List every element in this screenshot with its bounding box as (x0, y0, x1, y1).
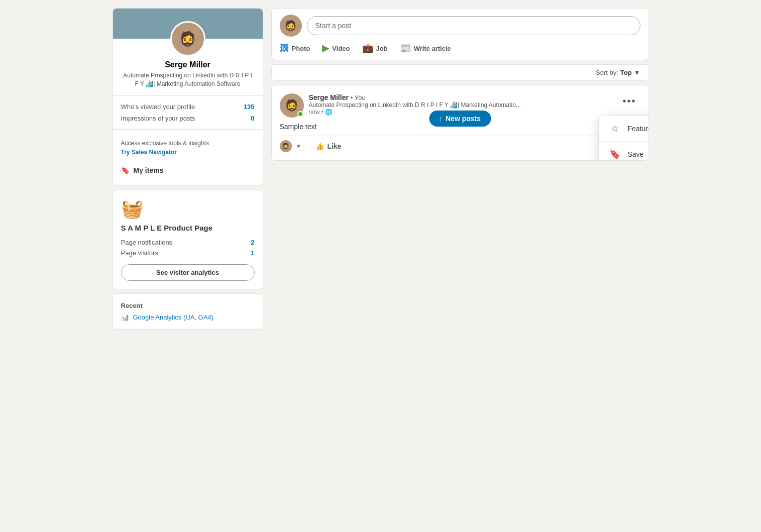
dropdown-item-save[interactable]: 🔖 Save (599, 142, 649, 161)
sidebar: 🧔 Serge Miller Automate Prospecting on L… (113, 8, 263, 330)
like-label: Like (327, 142, 341, 150)
profile-name: Serge Miller (113, 60, 263, 69)
post-composer: 🧔 Start a post 🖼 Photo ▶ Video 💼 Job 📰 (271, 8, 649, 60)
article-icon: 📰 (400, 43, 411, 54)
main-feed: 🧔 Start a post 🖼 Photo ▶ Video 💼 Job 📰 (271, 8, 649, 330)
dropdown-arrow[interactable]: ▼ (296, 143, 302, 150)
visitors-count[interactable]: 1 (251, 249, 254, 257)
impressions-label: Impressions of your posts (121, 115, 195, 122)
visitors-label: Page visitors (121, 249, 158, 257)
product-card: 🧺 S A M P L E Product Page Page notifica… (113, 190, 263, 289)
chevron-down-icon: ▼ (634, 69, 640, 76)
thumbs-up-icon: 👍 (315, 142, 324, 150)
start-post-input[interactable]: Start a post (307, 16, 640, 35)
post-avatar: 🧔 (280, 93, 304, 118)
recent-card: Recent 📊 Google Analytics (UA, GA4) (113, 293, 263, 330)
product-icon: 🧺 (121, 198, 255, 220)
post-author-name: Serge Miller (309, 93, 349, 101)
post-options-dropdown: ☆ Feature on top of profile 🔖 Save 🔗 Cop… (598, 116, 649, 161)
article-label: Write article (414, 45, 451, 52)
profile-tagline: Automate Prospecting on LinkedIn with D … (113, 69, 263, 90)
like-button[interactable]: 👍 Like (311, 140, 345, 152)
page-notifications-stat: Page notifications 2 (121, 237, 255, 248)
notifications-label: Page notifications (121, 239, 173, 246)
sort-value[interactable]: Top (620, 69, 632, 76)
recent-label: Recent (121, 302, 255, 309)
video-icon: ▶ (322, 43, 329, 54)
product-name: S A M P L E Product Page (121, 224, 255, 232)
post-card: ↑ New posts 🧔 Serge Miller • You Automat… (271, 85, 649, 161)
composer-top: 🧔 Start a post (280, 15, 640, 37)
visitor-analytics-button[interactable]: See visitor analytics (121, 264, 255, 281)
profile-impressions-stat: Impressions of your posts 0 (113, 113, 263, 124)
profile-views-stat: Who's viewed your profile 135 (113, 101, 263, 113)
views-label: Who's viewed your profile (121, 103, 195, 111)
photo-action[interactable]: 🖼 Photo (280, 43, 310, 54)
analytics-icon: 📊 (121, 313, 129, 321)
red-arrow-top (648, 90, 649, 121)
composer-actions: 🖼 Photo ▶ Video 💼 Job 📰 Write article (280, 43, 640, 54)
profile-avatar-wrap: 🧔 (113, 21, 263, 56)
job-action[interactable]: 💼 Job (362, 43, 388, 54)
online-status-dot (297, 111, 303, 117)
post-author-line: Serge Miller • You (309, 93, 614, 101)
job-icon: 💼 (362, 43, 373, 54)
sales-navigator-link[interactable]: Try Sales Navigator (121, 149, 255, 156)
post-author-tagline: Automate Prospecting on LinkedIn with D … (309, 101, 614, 109)
bookmark-icon: 🔖 (609, 149, 621, 160)
recent-item-label: Google Analytics (UA, GA4) (133, 313, 213, 321)
video-label: Video (332, 45, 350, 52)
video-action[interactable]: ▶ Video (322, 43, 350, 54)
job-label: Job (376, 45, 388, 52)
tools-label: Access exclusive tools & insights (121, 140, 209, 147)
notifications-count[interactable]: 2 (251, 239, 254, 246)
post-options-button[interactable]: ••• (618, 93, 640, 109)
you-label: • You (351, 94, 366, 101)
profile-card: 🧔 Serge Miller Automate Prospecting on L… (113, 8, 263, 186)
profile-avatar: 🧔 (170, 21, 205, 56)
article-action[interactable]: 📰 Write article (400, 43, 451, 54)
impressions-count[interactable]: 0 (251, 115, 254, 122)
post-like-row: 🧔 ▼ 👍 Like (280, 136, 640, 152)
dropdown-item-feature[interactable]: ☆ Feature on top of profile (599, 116, 649, 142)
new-posts-icon: ↑ (439, 115, 443, 123)
page-visitors-stat: Page visitors 1 (121, 248, 255, 258)
feature-label: Feature on top of profile (628, 125, 649, 133)
profile-tools: Access exclusive tools & insights Try Sa… (113, 135, 263, 161)
my-items-row[interactable]: 🔖 My items (113, 161, 263, 179)
my-items-label: My items (134, 166, 164, 174)
sort-label: Sort by: (596, 69, 618, 76)
sort-bar: Sort by: Top ▼ (271, 64, 649, 81)
save-label: Save (628, 150, 644, 158)
star-icon: ☆ (609, 123, 621, 134)
recent-item[interactable]: 📊 Google Analytics (UA, GA4) (121, 313, 255, 321)
composer-avatar: 🧔 (280, 15, 302, 37)
new-posts-label: New posts (446, 115, 481, 123)
photo-icon: 🖼 (280, 43, 289, 54)
photo-label: Photo (292, 45, 310, 52)
bookmark-icon: 🔖 (121, 166, 130, 174)
views-count[interactable]: 135 (244, 103, 255, 111)
new-posts-button[interactable]: ↑ New posts (429, 111, 491, 127)
liker-avatar: 🧔 (280, 140, 292, 152)
